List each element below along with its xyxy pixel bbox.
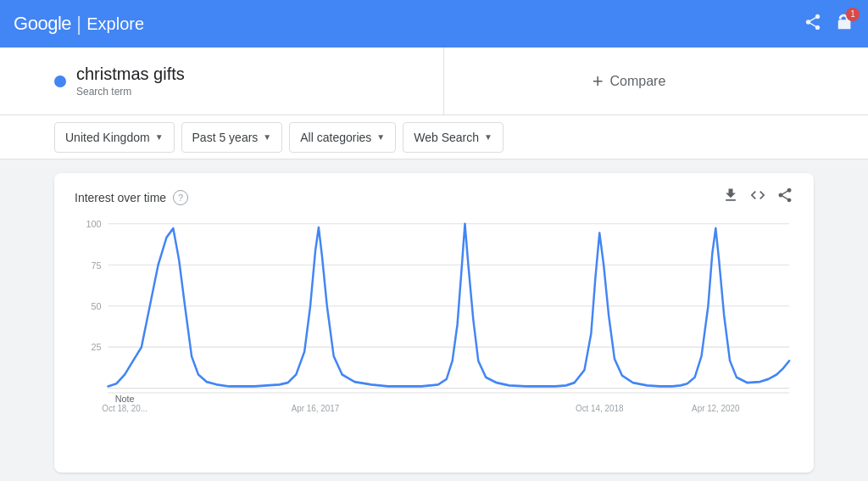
notification-badge: 1 [846,8,860,21]
compare-label: Compare [610,74,666,89]
category-chevron-icon: ▼ [376,132,385,142]
svg-text:75: 75 [91,260,101,271]
notification-button[interactable]: 1 [836,13,854,36]
main-content: Interest over time ? [0,159,868,481]
compare-button[interactable]: + Compare [444,48,814,115]
region-filter[interactable]: United Kingdom ▼ [54,122,175,153]
search-term-box: christmas gifts Search term [54,48,444,115]
logo-o2: o [37,13,47,34]
chart-actions [722,187,793,208]
term-indicator-dot [54,76,66,87]
chart-header: Interest over time ? [75,187,793,208]
chart-title-row: Interest over time ? [75,190,188,205]
search-type-chevron-icon: ▼ [484,132,492,142]
header-actions: 1 [804,13,854,36]
trend-chart: 100 75 50 25 Oct 18, 20... Apr 16, 2017 … [75,215,793,452]
category-filter[interactable]: All categories ▼ [289,122,396,153]
embed-button[interactable] [749,187,766,208]
share-chart-button[interactable] [776,187,793,208]
time-chevron-icon: ▼ [263,132,271,142]
google-trends-logo: Google | Explore [14,12,144,36]
svg-text:25: 25 [91,342,101,353]
filters-bar: United Kingdom ▼ Past 5 years ▼ All cate… [0,115,868,159]
svg-text:100: 100 [86,219,101,230]
app-title: Explore [86,14,144,34]
logo-g: G [14,13,28,34]
chart-container: 100 75 50 25 Oct 18, 20... Apr 16, 2017 … [75,215,793,452]
search-area: christmas gifts Search term + Compare [0,48,868,115]
search-term-text: christmas gifts [76,64,185,84]
interest-over-time-card: Interest over time ? [54,173,814,473]
svg-text:Oct 18, 20...: Oct 18, 20... [102,403,147,412]
svg-text:Note: Note [115,393,135,404]
time-range-filter[interactable]: Past 5 years ▼ [181,122,283,153]
logo-e: e [61,13,71,34]
svg-text:50: 50 [91,301,101,312]
compare-plus-icon: + [593,70,604,92]
search-term-type: Search term [76,86,185,98]
header: Google | Explore 1 [0,0,868,48]
svg-text:Oct 14, 2018: Oct 14, 2018 [576,403,624,412]
logo-o1: o [28,13,38,34]
download-button[interactable] [722,187,739,208]
share-button[interactable] [804,13,822,36]
svg-text:Apr 12, 2020: Apr 12, 2020 [692,403,740,412]
category-label: All categories [300,131,371,144]
search-type-filter[interactable]: Web Search ▼ [403,122,504,153]
help-icon[interactable]: ? [173,190,188,205]
svg-text:Apr 16, 2017: Apr 16, 2017 [292,403,340,412]
search-type-label: Web Search [414,131,479,144]
region-chevron-icon: ▼ [155,132,164,142]
term-info: christmas gifts Search term [76,64,185,98]
logo-g2: g [47,13,58,34]
time-range-label: Past 5 years [192,131,259,144]
region-label: United Kingdom [65,131,150,144]
chart-title: Interest over time [75,191,166,204]
